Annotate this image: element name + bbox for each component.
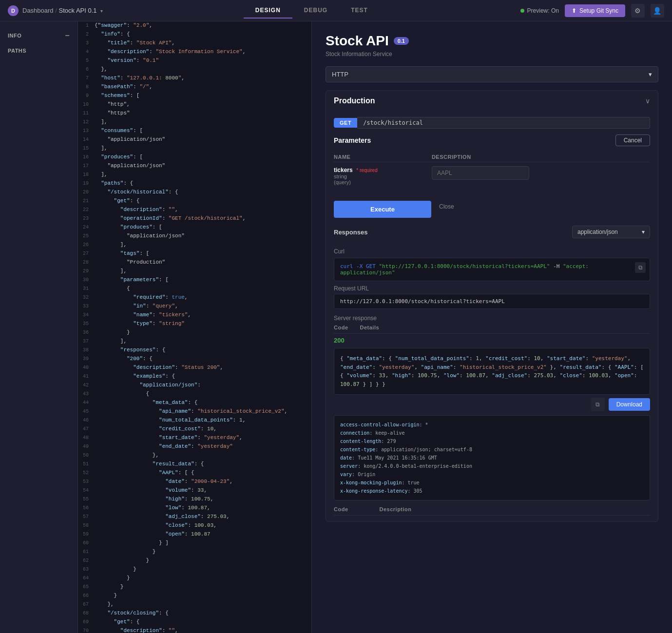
app-logo[interactable]: D [8,5,19,16]
code-line: 11 "https" [78,109,311,118]
param-input-tickers[interactable] [432,166,529,180]
line-number: 6 [78,65,93,74]
line-number: 4 [78,48,93,57]
line-number: 31 [78,285,93,293]
line-content: "application/json" [93,232,311,241]
col-name-header: NAME [334,152,432,162]
parameters-section: Parameters Cancel NAME DESCRIPTION ticke… [326,134,658,226]
line-number: 40 [78,364,93,372]
line-number: 1 [78,21,93,30]
code-line: 17 "application/json" [78,162,311,171]
preview-toggle[interactable]: Preview: On [520,7,559,14]
breadcrumb-dashboard[interactable]: Dashboard [22,7,54,14]
bottom-desc-header: Description [380,506,412,512]
code-line: 54 "volume": 33, [78,486,311,495]
code-line: 16 "produces": [ [78,153,311,162]
settings-icon[interactable]: ⚙ [631,4,645,18]
code-line: 61 } [78,548,311,556]
nav-tabs: DESIGN DEBUG TEST [244,3,380,19]
production-section: Production ∨ GET /stock/historical Param… [326,90,658,522]
line-number: 20 [78,188,93,197]
line-number: 14 [78,135,93,144]
code-line: 32 "required": true, [78,293,311,302]
line-number: 3 [78,39,93,48]
line-content: } [93,574,311,583]
code-line: 10 "http", [78,100,311,109]
http-dropdown[interactable]: HTTP ▾ [326,66,658,82]
line-number: 23 [78,214,93,223]
parameters-table: NAME DESCRIPTION tickers * required stri… [334,152,650,189]
code-line: 43 { [78,390,311,399]
line-number: 33 [78,302,93,311]
line-content: {"swagger": "2.0", [93,21,311,30]
line-number: 42 [78,381,93,390]
breadcrumb-api[interactable]: Stock API 0.1 [58,7,96,14]
git-sync-button[interactable]: ⬆ Setup Git Sync [565,4,625,17]
close-link[interactable]: Close [439,203,454,210]
line-content: "application/json": [93,381,311,390]
bottom-responses: Code Description [326,506,658,521]
line-content: "start_date": "yesterday", [93,434,311,442]
line-content: "date": "2000-04-23", [93,478,311,486]
line-number: 52 [78,469,93,478]
code-editor[interactable]: 1{"swagger": "2.0",2 "info": {3 "title":… [78,21,312,633]
line-number: 36 [78,328,93,337]
code-line: 68 "/stock/closing": { [78,609,311,618]
tab-test[interactable]: TEST [339,3,380,19]
chevron-down-icon[interactable]: ▾ [100,8,103,14]
line-content: "credit_cost": 10, [93,425,311,434]
line-content: } ] [93,539,311,548]
sidebar-item-info[interactable]: INFO − [0,27,77,44]
line-number: 45 [78,407,93,416]
responses-label: Responses [334,229,367,236]
code-line: 13 "consumes": [ [78,127,311,135]
code-line: 27 "tags": [ [78,249,311,258]
code-line: 25 "application/json" [78,232,311,241]
line-content: "200": { [93,355,311,364]
line-content: "title": "Stock API", [93,39,311,48]
line-number: 13 [78,127,93,135]
line-number: 41 [78,372,93,381]
bottom-code-header: Code [334,506,348,512]
line-content: "https" [93,109,311,118]
line-content: "close": 100.03, [93,521,311,530]
line-content: "AAPL": [ { [93,469,311,478]
line-number: 26 [78,241,93,249]
nav-left: D Dashboard / Stock API 0.1 ▾ [8,5,103,16]
tab-design[interactable]: DESIGN [244,3,292,19]
line-number: 59 [78,530,93,539]
line-content: "schemes": [ [93,92,311,100]
line-content: "api_name": "historical_stock_price_v2", [93,407,311,416]
line-content: "info": { [93,30,311,39]
request-url-box: http://127.0.0.1:8000/stock/historical?t… [334,294,650,309]
code-line: 67 }, [78,600,311,609]
user-icon[interactable]: 👤 [651,4,664,18]
code-line: 4 "description": "Stock Information Serv… [78,48,311,57]
code-line: 12 ], [78,118,311,127]
curl-header: -H [550,263,563,269]
copy-response-icon[interactable]: ⧉ [591,398,605,411]
line-content: { [93,285,311,293]
line-number: 62 [78,556,93,565]
line-number: 9 [78,92,93,100]
line-content: "responses": { [93,346,311,355]
tab-debug[interactable]: DEBUG [292,3,339,19]
code-line: 2 "info": { [78,30,311,39]
code-line: 29 ], [78,267,311,276]
copy-curl-icon[interactable]: ⧉ [635,262,646,273]
bottom-responses-header: Code Description [334,506,650,516]
cancel-button[interactable]: Cancel [615,134,650,146]
line-number: 15 [78,144,93,153]
production-section-header[interactable]: Production ∨ [326,91,658,111]
media-type-dropdown[interactable]: application/json ▾ [572,226,650,238]
code-line: 37 ], [78,337,311,346]
execute-button[interactable]: Execute [334,201,431,218]
minus-icon: − [65,31,70,40]
line-content: "required": true, [93,293,311,302]
download-button[interactable]: Download [609,398,650,411]
line-number: 12 [78,118,93,127]
sidebar-item-paths[interactable]: PATHS [0,44,77,58]
api-subtitle: Stock Information Service [326,51,658,58]
line-number: 10 [78,100,93,109]
line-number: 57 [78,513,93,521]
